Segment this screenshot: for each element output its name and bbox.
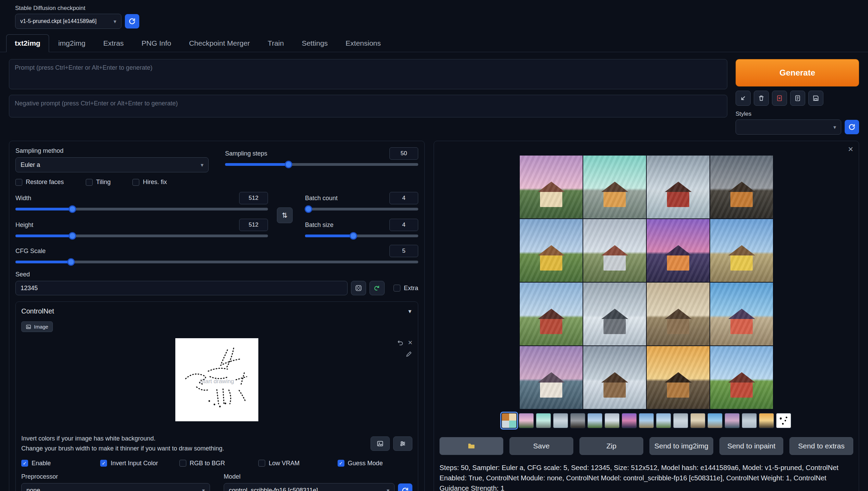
checkbox-rgb-to-bgr[interactable]: RGB to BGR [179, 460, 254, 467]
gallery-image-10[interactable] [583, 283, 646, 345]
clear-canvas-button[interactable]: × [408, 338, 412, 347]
gallery-thumbnail-14[interactable] [742, 413, 757, 428]
save-button[interactable]: Save [509, 437, 573, 455]
gallery-image-6[interactable] [583, 219, 646, 282]
refresh-styles-button[interactable] [845, 120, 859, 134]
tab-settings[interactable]: Settings [293, 34, 336, 52]
gallery-thumbnail-10[interactable] [673, 413, 688, 428]
randomize-seed-button[interactable] [351, 281, 366, 295]
gallery-thumbnail-grid[interactable] [502, 413, 517, 428]
generate-button[interactable]: Generate [736, 59, 859, 87]
brush-settings-button[interactable] [406, 351, 412, 357]
slider-value[interactable]: 4 [389, 219, 418, 231]
send-to-extras-button[interactable]: Send to extras [789, 437, 853, 455]
tab-extras[interactable]: Extras [95, 34, 132, 52]
tab-train[interactable]: Train [259, 34, 292, 52]
send-to-img2img-button[interactable]: Send to img2img [649, 437, 713, 455]
gallery-image-7[interactable] [647, 219, 709, 282]
slider-track[interactable] [15, 261, 418, 263]
gallery-thumbnail-4[interactable] [570, 413, 585, 428]
reuse-seed-button[interactable] [370, 281, 385, 295]
gallery-image-1[interactable] [520, 156, 583, 218]
tab-img2img[interactable]: img2img [50, 34, 94, 52]
slider-value[interactable]: 50 [389, 147, 418, 160]
open-output-folder-button[interactable] [439, 437, 503, 455]
gallery-thumbnail-3[interactable] [553, 413, 568, 428]
gallery-image-15[interactable] [647, 346, 709, 409]
preprocessor-select[interactable]: none ▾ [21, 483, 210, 491]
slider-value[interactable]: 5 [389, 245, 418, 257]
checkbox-invert-input-color[interactable]: ✓Invert Input Color [100, 460, 175, 467]
checkbox-restore-faces[interactable]: Restore faces [15, 179, 64, 186]
tab-extensions[interactable]: Extensions [337, 34, 389, 52]
slider-value[interactable]: 512 [239, 192, 268, 204]
gallery-image-4[interactable] [710, 156, 773, 218]
gallery-image-2[interactable] [583, 156, 646, 218]
gallery-thumbnail-13[interactable] [725, 413, 740, 428]
slider-track[interactable] [305, 235, 418, 237]
undo-stroke-button[interactable] [397, 338, 404, 347]
canvas-settings-button[interactable] [393, 436, 412, 451]
gallery-image-9[interactable] [520, 283, 583, 345]
gallery-thumbnail-7[interactable] [622, 413, 637, 428]
slider-handle[interactable] [350, 232, 357, 240]
slider-handle[interactable] [67, 258, 75, 266]
tab-txt2img[interactable]: txt2img [6, 34, 49, 52]
gallery-image-3[interactable] [647, 156, 709, 218]
gallery-thumbnail-15[interactable] [759, 413, 774, 428]
gallery-image-16[interactable] [710, 346, 773, 409]
gallery-thumbnail-1[interactable] [519, 413, 534, 428]
gallery-thumbnail-12[interactable] [707, 413, 723, 428]
gallery-image-13[interactable] [520, 346, 583, 409]
gallery-thumbnail-2[interactable] [536, 413, 551, 428]
slider-handle[interactable] [285, 161, 292, 168]
controlnet-header[interactable]: ControlNet ▼ [21, 307, 412, 315]
close-gallery-button[interactable]: × [848, 145, 853, 153]
extra-seed-checkbox[interactable]: Extra [394, 285, 418, 292]
gallery-thumbnail-11[interactable] [690, 413, 705, 428]
slider-handle[interactable] [69, 232, 76, 240]
checkbox-guess-mode[interactable]: ✓Guess Mode [338, 460, 412, 467]
slider-track[interactable] [15, 208, 268, 210]
controlnet-image-tab[interactable]: Image [21, 321, 53, 332]
checkpoint-select[interactable]: v1-5-pruned.ckpt [e1441589a6] ▾ [15, 14, 121, 29]
clear-style-button[interactable] [772, 91, 787, 106]
refresh-checkpoint-button[interactable] [125, 14, 139, 28]
gallery-image-5[interactable] [520, 219, 583, 282]
slider-track[interactable] [225, 163, 418, 166]
new-canvas-button[interactable] [371, 436, 390, 451]
controlnet-drawing-canvas[interactable]: Start drawing [175, 338, 258, 421]
gallery-thumbnail-8[interactable] [639, 413, 654, 428]
apply-style-button[interactable] [790, 91, 805, 106]
collapse-icon[interactable]: ▼ [407, 308, 412, 314]
zip-button[interactable]: Zip [579, 437, 643, 455]
slider-track[interactable] [305, 208, 418, 210]
checkbox-enable[interactable]: ✓Enable [21, 460, 96, 467]
styles-select[interactable]: ▾ [736, 119, 841, 135]
gallery-thumbnail-scribble[interactable] [776, 413, 791, 428]
checkbox-hires-fix[interactable]: Hires. fix [132, 179, 167, 186]
send-to-inpaint-button[interactable]: Send to inpaint [719, 437, 783, 455]
gallery-image-12[interactable] [710, 283, 773, 345]
sampling-method-select[interactable]: Euler a ▾ [15, 157, 209, 172]
gallery-image-11[interactable] [647, 283, 709, 345]
model-select[interactable]: control_scribble-fp16 [c508311e] ▾ [224, 483, 395, 491]
slider-handle[interactable] [69, 205, 76, 213]
negative-prompt-input[interactable] [9, 95, 727, 117]
tab-checkpoint-merger[interactable]: Checkpoint Merger [180, 34, 258, 52]
tab-png-info[interactable]: PNG Info [133, 34, 180, 52]
swap-dimensions-button[interactable]: ⇅ [277, 207, 293, 223]
save-style-button[interactable] [808, 91, 823, 106]
paste-params-button[interactable] [736, 91, 751, 106]
slider-track[interactable] [15, 235, 268, 237]
slider-value[interactable]: 512 [239, 219, 268, 231]
prompt-input[interactable] [9, 59, 727, 89]
refresh-models-button[interactable] [398, 483, 412, 491]
gallery-image-14[interactable] [583, 346, 646, 409]
checkbox-tiling[interactable]: Tiling [86, 179, 110, 186]
slider-value[interactable]: 4 [389, 192, 418, 204]
gallery-image-8[interactable] [710, 219, 773, 282]
gallery-thumbnail-6[interactable] [605, 413, 620, 428]
gallery-thumbnail-5[interactable] [587, 413, 602, 428]
clear-prompt-button[interactable] [754, 91, 769, 106]
